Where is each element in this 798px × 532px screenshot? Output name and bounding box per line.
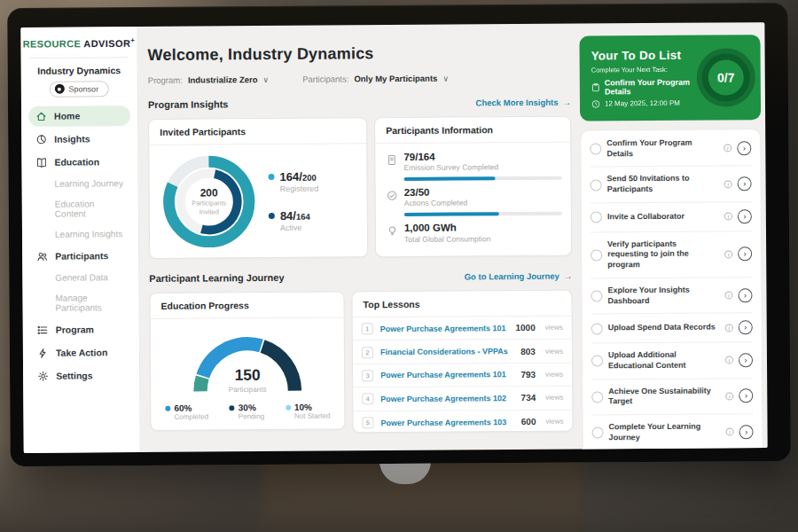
todo-item[interactable]: Verify participants requesting to join t… [591,231,752,278]
card-title: Invited Participants [149,118,366,145]
checkbox-icon[interactable] [591,290,602,301]
checkbox-icon[interactable] [591,212,602,223]
todo-header-card: Your To Do List Complete Your Next Task:… [579,35,761,121]
checkbox-icon[interactable] [591,356,603,367]
task-icon [591,82,600,91]
sidebar-nav: Home Insights Education Learning Journey… [21,106,139,387]
participants-filter-value: Only My Participants [354,74,437,84]
sponsor-label: Sponsor [69,84,99,93]
lesson-link[interactable]: Financial Considerations - VPPAs [380,347,513,356]
chevron-right-button[interactable]: › [739,353,753,367]
donut-center-value: 200 [200,187,218,200]
program-filter[interactable]: Program: Industrialize Zero ∨ [148,74,269,85]
info-icon: i [725,356,733,364]
sponsor-badge[interactable]: Sponsor [50,81,110,97]
chevron-right-button[interactable]: › [737,141,751,155]
collapse-tasks-link[interactable]: Collapse Tasks ∧ [592,450,754,453]
clock-icon [591,99,600,108]
lesson-row[interactable]: 3 Power Purchase Agreements 101 793views [353,363,572,387]
lesson-link[interactable]: Power Purchase Agreements 103 [380,418,513,427]
todo-progress-value: 0/7 [717,70,735,84]
rank-badge: 4 [362,394,373,405]
checkbox-icon[interactable] [591,323,603,334]
education-icon [35,156,47,168]
sidebar-item-label: Participants [55,250,108,261]
insights-icon [35,133,47,145]
sidebar-item-insights[interactable]: Insights [28,129,130,150]
sidebar-item-program[interactable]: Program [30,319,132,340]
info-icon: i [725,324,733,332]
filter-bar: Program: Industrialize Zero ∨ Participan… [148,73,575,85]
todo-item[interactable]: Achieve One Sustainability Target i › [591,379,753,416]
chevron-right-button[interactable]: › [739,320,753,334]
sidebar-item-learning-insights[interactable]: Learning Insights [29,225,131,244]
lesson-row[interactable]: 2 Financial Considerations - VPPAs 803vi… [353,340,572,364]
sidebar-item-manage-participants[interactable]: Manage Participants [29,289,131,317]
todo-item[interactable]: Upload Additional Educational Content i … [591,342,753,379]
sidebar-item-learning-journey[interactable]: Learning Journey [29,175,131,193]
sponsor-icon [55,84,65,94]
legend-not-started: 10% Not Started [286,403,331,420]
todo-item[interactable]: Send 50 Invitations to Participants i › [590,167,751,204]
invited-donut-chart: 200 Participants Invited [156,149,262,254]
legend-active: 84/164 Active [269,209,319,232]
home-icon [35,110,47,121]
chevron-right-button[interactable]: › [739,388,753,403]
completed-bullet-icon [165,406,170,411]
svg-text:150: 150 [235,366,261,384]
sidebar-item-label: Settings [56,371,93,381]
participants-filter[interactable]: Participants: Only My Participants ∨ [302,74,449,84]
go-to-learning-journey-link[interactable]: Go to Learning Journey → [465,270,573,281]
divider [30,57,129,59]
chevron-right-button[interactable]: › [738,288,752,302]
lesson-link[interactable]: Power Purchase Agreements 101 [380,324,509,333]
todo-subtitle: Complete Your Next Task: [591,65,702,74]
chevron-right-button[interactable]: › [739,425,754,439]
checkbox-icon[interactable] [591,249,602,261]
registered-bullet-icon [269,174,275,180]
checkbox-icon[interactable] [590,144,601,155]
todo-progress-ring: 0/7 [702,53,750,101]
todo-item[interactable]: Explore Your Insights Dashboard i › [591,278,752,315]
check-more-insights-link[interactable]: Check More Insights → [476,97,571,107]
sidebar-item-home[interactable]: Home [28,106,130,127]
sidebar-item-general-data[interactable]: General Data [29,269,131,287]
sidebar-item-settings[interactable]: Settings [30,365,132,387]
chevron-right-button[interactable]: › [738,209,752,223]
info-icon: i [724,145,732,153]
card-title: Top Lessons [352,291,571,318]
arrow-right-icon: → [562,97,571,106]
sidebar-item-education-content[interactable]: Education Content [29,195,131,223]
todo-item[interactable]: Upload Spend Data Records i › [591,313,753,343]
info-icon: i [724,213,732,221]
lesson-link[interactable]: Power Purchase Agreements 101 [380,371,513,380]
survey-progress-bar [404,176,562,181]
todo-item[interactable]: Confirm Your Program Details i › [590,130,751,168]
chevron-right-button[interactable]: › [738,176,752,191]
sidebar-item-take-action[interactable]: Take Action [30,342,132,364]
lesson-row[interactable]: 1 Power Purchase Agreements 101 1000view… [353,317,572,341]
checkbox-icon[interactable] [591,391,603,403]
card-title: Education Progress [150,292,343,319]
monitor-frame: RESOURCE ADVISOR+ Industry Dynamics Spon… [7,3,791,466]
checkbox-icon[interactable] [592,427,604,439]
program-list-icon [37,324,49,335]
section-title-program-insights: Program Insights [148,98,229,110]
sidebar-item-participants[interactable]: Participants [29,246,131,267]
lesson-row[interactable]: 5 Power Purchase Agreements 103 600views [353,410,572,434]
lesson-link[interactable]: Power Purchase Agreements 102 [380,394,513,403]
chevron-right-button[interactable]: › [738,247,752,262]
brand-plus: + [130,36,135,44]
checkbox-icon[interactable] [591,179,602,191]
sidebar-item-label: Home [54,111,80,121]
lesson-row[interactable]: 4 Power Purchase Agreements 102 734views [353,387,572,411]
sidebar-item-education[interactable]: Education [28,152,130,173]
stat-consumption: 1,000 GWh Total Global Consumption [387,222,560,244]
todo-item[interactable]: Invite a Collaborator i › [591,202,752,232]
gauge-legend: 60% Completed 30% Pending 10% Not Starte… [160,400,335,421]
lightbulb-icon [387,224,398,236]
invited-participants-card: Invited Participants 200 Participants In… [148,117,368,259]
todo-item[interactable]: Complete Your Learning Journey i › [591,414,753,450]
todo-next-task: Confirm Your Program Details [605,77,702,96]
not-started-bullet-icon [286,405,291,411]
